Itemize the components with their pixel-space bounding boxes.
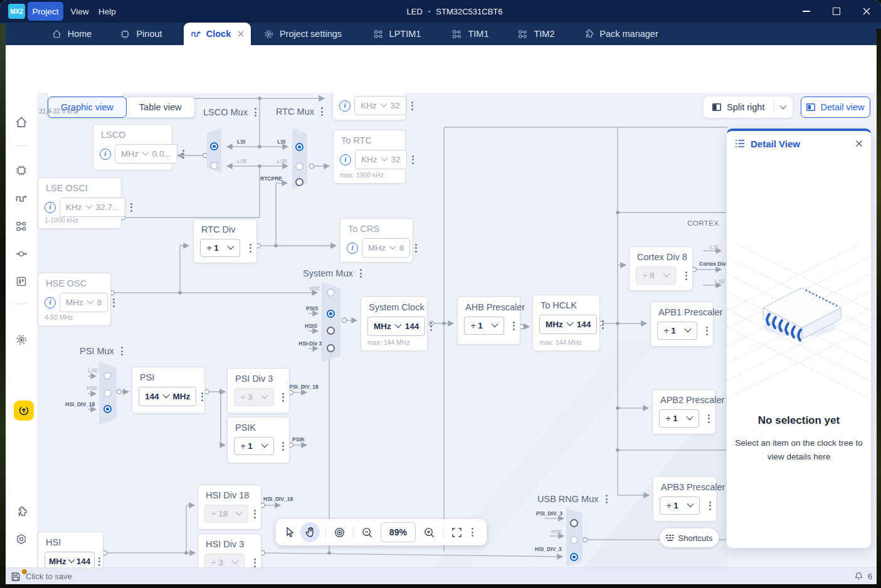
rtc-mux-option-lse[interactable] <box>295 162 303 171</box>
kebab-menu-icon[interactable] <box>411 154 415 165</box>
tab-pack-manager[interactable]: Pack manager <box>574 23 668 45</box>
zoom-level-display[interactable]: 89% <box>381 522 416 542</box>
tab-close-icon[interactable] <box>238 31 244 37</box>
shortcuts-button[interactable]: Shortcuts <box>660 528 719 547</box>
tab-tim2[interactable]: TIM2 <box>508 23 564 45</box>
kebab-menu-icon[interactable] <box>181 149 186 160</box>
sidebar-item-pinout[interactable] <box>6 161 37 180</box>
psi-mux-option-hse[interactable] <box>103 389 112 397</box>
sidebar-item-signals[interactable] <box>6 244 37 263</box>
kebab-menu-icon[interactable] <box>707 413 711 424</box>
tab-project-settings[interactable]: Project settings <box>254 23 351 45</box>
kebab-menu-icon[interactable] <box>281 392 285 403</box>
menu-project[interactable]: Project <box>28 2 63 21</box>
system-mux-option-hsis[interactable] <box>327 327 335 335</box>
divider-dropdown[interactable]: ÷ 3 <box>204 554 245 567</box>
kebab-menu-icon[interactable] <box>320 106 324 117</box>
frequency-dropdown[interactable]: KHz32 <box>355 150 407 169</box>
system-mux-option-psis[interactable] <box>327 310 335 318</box>
frequency-dropdown[interactable]: KHz32.7... <box>60 197 125 217</box>
split-right-button[interactable]: Split right <box>704 97 773 118</box>
kebab-menu-icon[interactable] <box>414 243 418 254</box>
divider-dropdown[interactable]: ÷ 18 <box>204 505 248 523</box>
rtc-mux-option-lsi[interactable] <box>295 143 303 151</box>
kebab-menu-icon[interactable] <box>281 441 285 452</box>
sidebar-item-project-settings[interactable] <box>6 330 37 349</box>
generate-code-button[interactable] <box>14 401 34 421</box>
tab-tim1[interactable]: TIM1 <box>442 23 499 45</box>
kebab-menu-icon[interactable] <box>112 297 116 308</box>
frequency-dropdown[interactable]: 144MHz <box>139 387 196 406</box>
tab-lptim1[interactable]: LPTIM1 <box>362 23 431 45</box>
split-options-chevron[interactable] <box>774 97 793 118</box>
kebab-menu-icon[interactable] <box>200 391 204 402</box>
sidebar-item-peripherals[interactable] <box>6 217 37 236</box>
close-button[interactable] <box>854 0 879 23</box>
info-icon[interactable]: i <box>339 100 351 112</box>
kebab-menu-icon[interactable] <box>601 319 605 330</box>
lsco-mux-option-lsi[interactable] <box>210 142 218 150</box>
system-mux-option-hse[interactable] <box>327 288 335 297</box>
psi-mux-option-lse[interactable] <box>103 372 112 380</box>
frequency-dropdown[interactable]: KHz32 <box>354 96 406 115</box>
zoom-in-button[interactable] <box>421 524 437 540</box>
kebab-menu-icon[interactable] <box>253 508 257 520</box>
sidebar-item-home[interactable] <box>6 113 37 132</box>
toolbar-more-button[interactable] <box>465 524 480 540</box>
divider-dropdown[interactable]: ÷ 3 <box>234 388 274 406</box>
system-mux-option-hsidiv3[interactable] <box>327 344 335 352</box>
kebab-menu-icon[interactable] <box>97 556 102 567</box>
frequency-dropdown[interactable]: MHz8 <box>362 238 410 258</box>
kebab-menu-icon[interactable] <box>705 325 709 337</box>
kebab-menu-icon[interactable] <box>604 493 609 505</box>
psi-mux-option-hsidiv18[interactable] <box>103 405 112 413</box>
kebab-menu-icon[interactable] <box>512 320 516 332</box>
menu-help[interactable]: Help <box>93 0 121 23</box>
save-status[interactable]: Click to save <box>8 568 72 584</box>
kebab-menu-icon[interactable] <box>410 100 414 112</box>
kebab-menu-icon[interactable] <box>708 500 712 512</box>
fullscreen-button[interactable] <box>449 524 465 540</box>
rtc-mux-option-rtcpre[interactable] <box>295 178 303 186</box>
kebab-menu-icon[interactable] <box>684 270 688 281</box>
center-view-button[interactable] <box>332 524 347 540</box>
sidebar-item-settings[interactable] <box>6 530 37 549</box>
zoom-out-button[interactable] <box>359 524 375 540</box>
panel-close-button[interactable] <box>855 140 863 147</box>
lsco-mux-option-lse[interactable] <box>210 162 218 170</box>
kebab-menu-icon[interactable] <box>253 557 257 568</box>
divider-dropdown[interactable]: ÷ 1 <box>200 239 240 257</box>
minimize-button[interactable] <box>794 0 819 23</box>
frequency-dropdown[interactable]: MHz144 <box>539 315 597 334</box>
tab-pinout[interactable]: Pinout <box>107 23 176 45</box>
divider-dropdown[interactable]: ÷ 1 <box>659 409 699 428</box>
notifications[interactable]: 6 <box>854 568 872 584</box>
kebab-menu-icon[interactable] <box>248 243 253 254</box>
sidebar-item-packs[interactable] <box>6 503 37 522</box>
tab-home[interactable]: Home <box>41 23 102 45</box>
divider-dropdown[interactable]: ÷ 1 <box>657 322 697 340</box>
kebab-menu-icon[interactable] <box>120 345 124 357</box>
divider-dropdown[interactable]: ÷ 1 <box>234 437 274 455</box>
usb-mux-option-psidiv3[interactable] <box>570 519 578 527</box>
frequency-dropdown[interactable]: MHz144 <box>367 317 425 336</box>
divider-dropdown[interactable]: ÷ 8 <box>636 266 676 285</box>
kebab-menu-icon[interactable] <box>359 268 363 279</box>
kebab-menu-icon[interactable] <box>253 107 258 118</box>
kebab-menu-icon[interactable] <box>429 321 433 332</box>
info-icon[interactable]: i <box>45 297 56 308</box>
frequency-dropdown[interactable]: MHz144 <box>45 552 95 567</box>
sidebar-item-clock[interactable] <box>6 189 37 208</box>
usb-mux-option-hse[interactable] <box>570 536 578 544</box>
sidebar-item-board[interactable] <box>6 272 37 291</box>
detail-view-button[interactable]: Detail view <box>801 97 870 118</box>
select-tool-button[interactable] <box>282 524 298 540</box>
pan-tool-button[interactable] <box>300 522 320 542</box>
divider-dropdown[interactable]: ÷ 1 <box>464 317 504 335</box>
tab-clock-active[interactable]: Clock <box>184 23 251 45</box>
kebab-menu-icon[interactable] <box>129 202 134 213</box>
menu-view[interactable]: View <box>66 0 93 23</box>
info-icon[interactable]: i <box>100 149 111 160</box>
divider-dropdown[interactable]: ÷ 1 <box>660 496 700 515</box>
info-icon[interactable]: i <box>45 202 56 213</box>
